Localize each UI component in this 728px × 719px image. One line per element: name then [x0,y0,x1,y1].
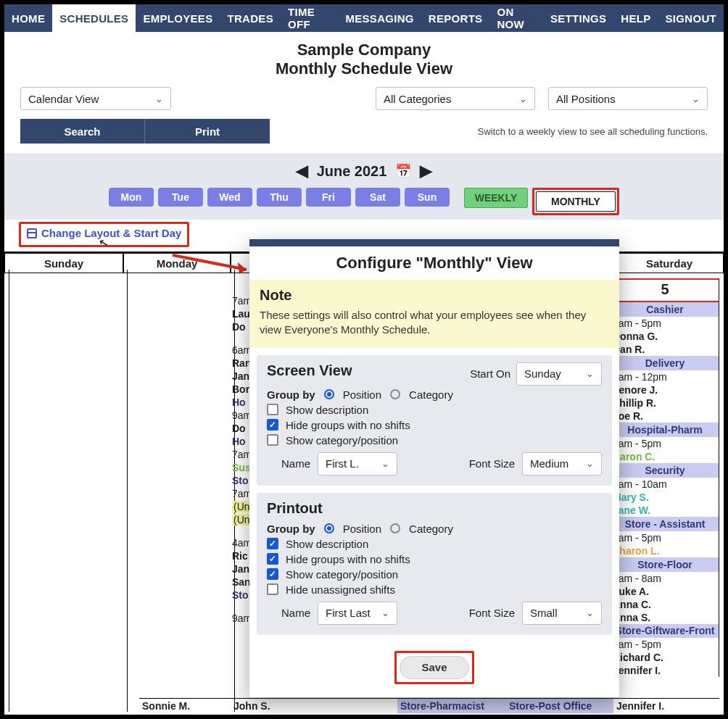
bottom-row: Sonnie M. John S. Store-Pharmacist Store… [139,698,719,713]
print-hide-groups-label: Hide groups with no shifts [286,553,410,565]
grp-cashier: Cashier [611,302,719,317]
person-row[interactable]: Anna C. [611,598,719,611]
day-mon[interactable]: Mon [109,188,154,207]
day-tue[interactable]: Tue [158,188,203,207]
screen-groupby-label: Group by [267,388,315,401]
search-button[interactable]: Search [20,119,145,144]
save-bar: Save [249,642,619,697]
saturday-column: 5 Cashier 7am - 5pm Donna G. Dan R. Deli… [611,278,719,677]
positions-select[interactable]: All Positions ⌄ [548,87,708,110]
nav-messaging[interactable]: MESSAGING [338,4,421,32]
note-body: These settings will also control what yo… [260,308,609,338]
page-title: Sample Company Monthly Schedule View [4,41,724,78]
print-font-select[interactable]: Small ⌄ [522,602,602,625]
person-row[interactable]: Donna G. [611,330,719,343]
day-thu[interactable]: Thu [257,188,302,207]
grp-delivery: Delivery [611,356,719,370]
day-fri[interactable]: Fri [306,188,351,207]
day-wed[interactable]: Wed [207,188,252,207]
nav-home[interactable]: HOME [4,4,52,32]
weekly-toggle[interactable]: WEEKLY [464,188,528,208]
screen-font-label: Font Size [469,457,515,470]
person-row[interactable]: Richard C. [611,651,719,664]
nav-trades[interactable]: TRADES [220,4,280,32]
person-row[interactable]: Mary S. [611,491,719,504]
person-row[interactable]: Phillip R. [611,396,719,410]
person-row[interactable]: Joe R. [611,410,719,423]
person-row[interactable]: Lenore J. [611,383,719,396]
screen-groupby-position-radio[interactable] [324,389,334,399]
time-row: 9am - 5pm [611,638,719,651]
chevron-down-icon: ⌄ [381,607,389,618]
print-groupby-category-radio[interactable] [390,523,400,533]
day-sat[interactable]: Sat [355,188,400,207]
print-show-desc-check[interactable] [267,538,278,549]
print-show-catpos-check[interactable] [267,568,278,580]
print-show-desc-label: Show description [286,538,368,550]
nav-schedules[interactable]: SCHEDULES [52,4,136,32]
nav-employees[interactable]: EMPLOYEES [136,4,220,32]
screen-name-select[interactable]: First L. ⌄ [318,452,397,475]
person-row[interactable]: Dan R. [611,343,719,356]
print-groupby-position-radio[interactable] [324,523,334,533]
switch-view-note: Switch to a weekly view to see all sched… [478,126,708,137]
print-font-value: Small [530,607,558,619]
person-row[interactable]: Sharon L. [611,544,719,557]
time-row: 5am - 10am [611,478,719,491]
modal-bar [249,239,619,246]
nav-reports[interactable]: REPORTS [421,4,490,32]
printout-section: Printout Group by Position Category Show… [257,493,612,635]
screen-name-label: Name [281,457,310,470]
start-on-select[interactable]: Sunday ⌄ [516,362,602,386]
print-groupby-label: Group by [267,523,315,535]
screen-hide-groups-check[interactable] [267,419,278,431]
screen-font-value: Medium [530,457,568,470]
next-month-icon[interactable]: ▶ [420,162,432,180]
categories-select[interactable]: All Categories ⌄ [376,87,535,110]
monthly-toggle[interactable]: MONTHLY [536,191,616,212]
chevron-down-icon: ⌄ [155,93,163,104]
nav-onnow[interactable]: ON NOW [489,4,542,32]
print-button[interactable]: Print [145,119,270,144]
screen-show-desc-check[interactable] [267,404,278,415]
modal-title: Configure "Monthly" View [249,246,619,280]
screen-show-catpos-check[interactable] [267,434,278,446]
calendar-icon[interactable]: 📅 [395,163,411,179]
grp-store-floor: Store-Floor [611,557,719,572]
print-hide-groups-check[interactable] [267,553,278,565]
highlight-monthly: MONTHLY [532,188,619,215]
person-row[interactable]: Jennifer I. [611,664,719,677]
save-button[interactable]: Save [400,656,469,679]
bottom-thu: Store-Post Office [506,698,613,713]
week-navigator: ◀ June 2021 📅 ▶ Mon Tue Wed Thu Fri Sat … [4,154,724,220]
prev-month-icon[interactable]: ◀ [296,162,308,180]
print-show-catpos-label: Show category/position [286,568,398,581]
configure-monthly-modal: Configure "Monthly" View Note These sett… [249,239,619,697]
view-select[interactable]: Calendar View ⌄ [20,87,171,110]
nav-signout[interactable]: SIGNOUT [658,4,724,32]
person-row[interactable]: Luke A. [611,585,719,598]
company-name: Sample Company [4,41,724,59]
print-hide-unassigned-check[interactable] [267,583,278,595]
note-heading: Note [260,287,609,304]
chevron-down-icon: ⌄ [692,93,700,104]
time-row: 5am - 12pm [611,370,719,383]
nav-settings[interactable]: SETTINGS [543,4,613,32]
day-sun[interactable]: Sun [405,188,450,207]
bottom-sat: Jennifer I. [613,698,719,713]
print-name-select[interactable]: First Last ⌄ [318,602,397,625]
screen-groupby-category-radio[interactable] [390,389,400,399]
nav-help[interactable]: HELP [613,4,658,32]
screen-groupby-category-label: Category [409,388,453,401]
person-row[interactable]: Jane W. [611,504,719,517]
screen-font-select[interactable]: Medium ⌄ [522,452,602,475]
person-row[interactable]: Anna S. [611,611,719,624]
person-row[interactable]: Caron C. [611,450,719,463]
nav-timeoff[interactable]: TIME OFF [281,4,338,32]
top-nav: HOME SCHEDULES EMPLOYEES TRADES TIME OFF… [4,4,724,32]
time-row: 7am - 5pm [611,317,719,330]
time-row: 7am - 5pm [611,531,719,544]
print-hide-unassigned-label: Hide unassigned shifts [286,583,395,596]
categories-select-value: All Categories [384,93,451,105]
screen-name-value: First L. [326,457,359,470]
